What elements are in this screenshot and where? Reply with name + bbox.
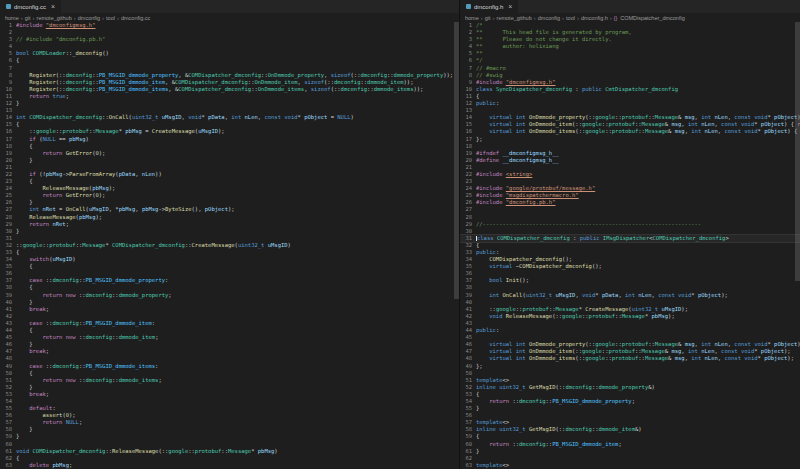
code-line[interactable]: 48 [0,355,459,362]
code-line[interactable]: 36 [460,270,800,277]
code-line[interactable]: 49 case ::dmconfig::PB_MSGID_dmmode_item… [0,363,459,370]
breadcrumb-item[interactable]: tool [106,15,115,21]
code-line[interactable]: 10 Register(::dmconfig::PB_MSGID_dmmode_… [0,86,459,93]
code-line[interactable]: 13 [0,107,459,114]
code-line[interactable]: 37 case ::dmconfig::PB_MSGID_dmmode_prop… [0,277,459,284]
code-line[interactable]: 6*/ [460,57,800,64]
code-line[interactable]: 10class SyncDispatcher_dmconfig : public… [460,86,800,93]
code-line[interactable]: 2 [0,29,459,36]
code-line[interactable]: 11{ [460,93,800,100]
code-line[interactable]: 40 [460,299,800,306]
code-line[interactable]: 35 { [0,263,459,270]
code-line[interactable]: 56 assert(0); [0,412,459,419]
code-line[interactable]: 32::google::protobuf::Message* COMDispat… [0,242,459,249]
code-line[interactable]: 40 } [0,299,459,306]
code-line[interactable]: 1/* [460,22,800,29]
code-line[interactable]: 59} [0,433,459,440]
code-line[interactable]: 29 return nRet; [0,221,459,228]
code-line[interactable]: 18 [460,143,800,150]
code-line[interactable]: 17}; [460,136,800,143]
code-line[interactable]: 3** Please do not change it directly. [460,36,800,43]
code-line[interactable]: 35 virtual ~COMDispatcher_dmconfig(); [460,263,800,270]
code-line[interactable]: 11 return true; [0,93,459,100]
scrollbar-thumb[interactable] [454,22,459,299]
code-line[interactable]: 43 [460,320,800,327]
code-line[interactable]: 34 COMDispatcher_dmconfig(); [460,256,800,263]
code-line[interactable]: 19#ifndef __dmconfigmsg_h__ [460,150,800,157]
code-line[interactable]: 48 virtual int OnDmmode_items(::google::… [460,355,800,362]
code-line[interactable]: 57 return NULL; [0,419,459,426]
code-line[interactable]: 19 return GetError(0); [0,150,459,157]
code-line[interactable]: 22 if (!pbMsg->ParseFromArray(pData, nLe… [0,171,459,178]
code-line[interactable]: 18 { [0,143,459,150]
code-line[interactable]: 2** This head file is generated by progr… [460,29,800,36]
breadcrumb-symbol[interactable]: COMDispatcher_dmconfig [620,15,685,21]
code-line[interactable]: 36 [0,270,459,277]
code-line[interactable]: 42 void ReleaseMessage(::google::protobu… [460,313,800,320]
code-line[interactable]: 4 [0,43,459,50]
breadcrumb-item[interactable]: git [485,15,491,21]
code-line[interactable]: 16 ::google::protobuf::Message* pbMsg = … [0,128,459,135]
breadcrumb-item[interactable]: dmconfig.cc [121,15,150,21]
code-line[interactable]: 41 ::google::protobuf::Message* CreateMe… [460,306,800,313]
breadcrumb-item[interactable]: remote_github [497,15,532,21]
code-line[interactable]: 14 virtual int OnDmmode_property(::googl… [460,114,800,121]
code-line[interactable]: 52inline uint32_t GetMsgID(::dmconfig::d… [460,384,800,391]
code-line[interactable]: 9 Register(::dmconfig::PB_MSGID_dmmode_i… [0,79,459,86]
code-line[interactable]: 44 { [0,327,459,334]
code-line[interactable]: 14int COMDispatcher_dmconfig::OnCall(uin… [0,114,459,121]
code-line[interactable]: 53{ [460,391,800,398]
code-line[interactable]: 3// #include "dmconfig.pb.h" [0,36,459,43]
code-line[interactable]: 52 } [0,384,459,391]
code-line[interactable]: 27 int nRet = OnCall(uMsgID, *pbMsg, pbM… [0,206,459,213]
code-line[interactable]: 4** author: helixiang [460,43,800,50]
code-line[interactable]: 5bool COMDLoader::_dmconfig() [0,50,459,57]
code-line[interactable]: 25 return GetError(0); [0,192,459,199]
code-line[interactable]: 12} [0,100,459,107]
scrollbar-left[interactable] [454,22,459,469]
code-line[interactable]: 26 } [0,199,459,206]
code-line[interactable]: 53 break; [0,391,459,398]
code-line[interactable]: 41 break; [0,306,459,313]
code-line[interactable]: 23 [460,178,800,185]
code-line[interactable]: 31 [0,235,459,242]
breadcrumb-item[interactable]: dmconfig.h [581,15,608,21]
code-line[interactable]: 15{ [0,121,459,128]
code-line[interactable]: 22#include <string> [460,171,800,178]
code-line[interactable]: 15 virtual int OnDmmode_item(::google::p… [460,121,800,128]
code-line[interactable]: 16 virtual int OnDmmode_items(::google::… [460,128,800,135]
breadcrumb-item[interactable]: tool [566,15,575,21]
code-line[interactable]: 59{ [460,433,800,440]
code-line[interactable]: 21 [0,164,459,171]
code-line[interactable]: 39 return new ::dmconfig::dmmode_propert… [0,292,459,299]
code-line[interactable]: 17 if (NULL == pbMsg) [0,136,459,143]
code-line[interactable]: 27 [460,206,800,213]
code-line[interactable]: 26#include "dmconfig.pb.h" [460,199,800,206]
code-line[interactable]: 51template<> [460,377,800,384]
code-line[interactable]: 21 [460,164,800,171]
code-line[interactable]: 62 [460,455,800,462]
code-line[interactable]: 38 [460,284,800,291]
code-line[interactable]: 34 switch(uMsgID) [0,256,459,263]
code-line[interactable]: 24 ReleaseMessage(pbMsg); [0,185,459,192]
code-line[interactable]: 50 { [0,370,459,377]
breadcrumb-item[interactable]: dmconfig [538,15,560,21]
code-line[interactable]: 7 [0,65,459,72]
code-line[interactable]: 50 [460,370,800,377]
breadcrumb-item[interactable]: dmconfig [78,15,100,21]
breadcrumb-item[interactable]: home [5,15,19,21]
code-line[interactable]: 1#include "dmconfigmsg.h" [0,22,459,29]
code-line[interactable]: 45 return new ::dmconfig::dmmode_item; [0,334,459,341]
code-line[interactable]: 42 [0,313,459,320]
code-line[interactable]: 23 { [0,178,459,185]
code-line[interactable]: 49}; [460,363,800,370]
code-line[interactable]: 58inline uint32_t GetMsgID(::dmconfig::d… [460,426,800,433]
code-line[interactable]: 29//------------------------------------… [460,221,800,228]
code-line[interactable]: 9#include "dmconfigmsg.h" [460,79,800,86]
tab-dmconfig-h[interactable]: dmconfig.h × [460,0,519,13]
close-icon[interactable]: × [508,3,512,10]
code-line[interactable]: 39 int OnCall(uint32_t uMsgID, void* pDa… [460,292,800,299]
code-line[interactable]: 55} [460,405,800,412]
code-line[interactable]: 58 } [0,426,459,433]
code-line[interactable]: 47 virtual int OnDmmode_item(::google::p… [460,348,800,355]
